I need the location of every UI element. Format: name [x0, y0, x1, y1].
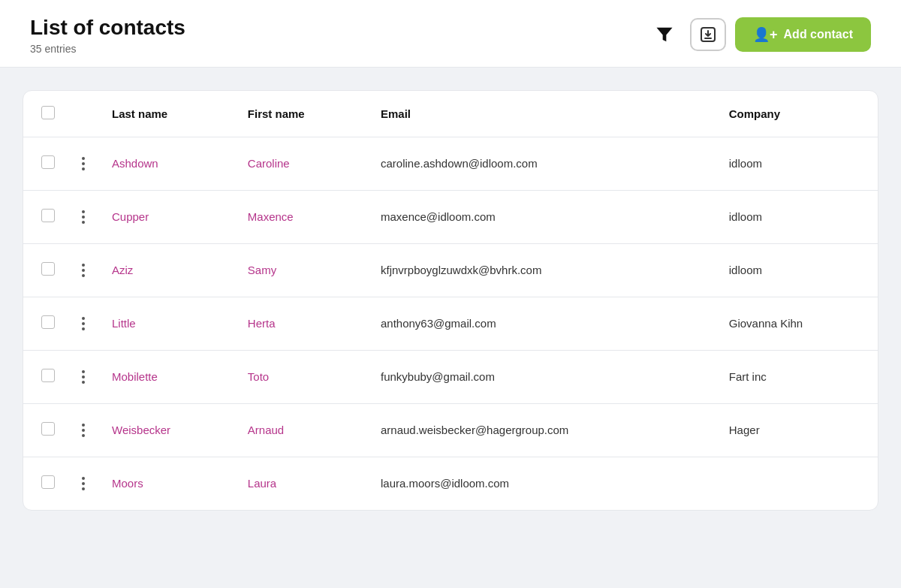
first-name-link[interactable]: Samy [248, 264, 276, 276]
row-checkbox[interactable] [41, 369, 55, 382]
dot-3 [82, 434, 85, 437]
dot-3 [82, 274, 85, 277]
add-contact-button[interactable]: 👤+ Add contact [735, 17, 871, 52]
dot-3 [82, 487, 85, 490]
last-name-link[interactable]: Little [112, 317, 136, 330]
row-context-menu[interactable] [79, 261, 88, 280]
row-context-menu[interactable] [79, 421, 88, 440]
last-name-link[interactable]: Moors [112, 477, 143, 490]
table-row: Little Herta anthony63@gmail.com Giovann… [23, 297, 878, 350]
select-all-checkbox[interactable] [41, 106, 55, 119]
first-name-link[interactable]: Toto [248, 370, 269, 383]
row-company: idloom [717, 137, 878, 190]
entries-count: 35 entries [30, 43, 185, 55]
row-checkbox[interactable] [41, 422, 55, 436]
row-last-name: Weisbecker [100, 403, 236, 457]
row-menu-cell [67, 190, 100, 243]
row-menu-cell [67, 350, 100, 403]
table-row: Weisbecker Arnaud arnaud.weisbecker@hage… [23, 403, 878, 457]
row-email: maxence@idloom.com [369, 190, 717, 243]
first-name-link[interactable]: Laura [248, 477, 276, 490]
table-row: Mobilette Toto funkybuby@gmail.com Fart … [23, 350, 878, 403]
dot-1 [82, 264, 85, 267]
table-row: Aziz Samy kfjnvrpboyglzuwdxk@bvhrk.com i… [23, 243, 878, 297]
col-menu [67, 91, 100, 137]
last-name-link[interactable]: Aziz [112, 264, 133, 276]
row-email: arnaud.weisbecker@hagergroup.com [369, 403, 717, 457]
row-checkbox[interactable] [41, 155, 55, 169]
dot-3 [82, 327, 85, 330]
col-checkbox [23, 91, 67, 137]
row-context-menu[interactable] [79, 207, 88, 227]
add-contact-label: Add contact [784, 28, 853, 41]
col-first-name: First name [236, 91, 369, 137]
first-name-link[interactable]: Maxence [248, 210, 294, 223]
table-row: Moors Laura laura.moors@idloom.com [23, 457, 878, 510]
row-checkbox[interactable] [41, 315, 55, 329]
dot-2 [82, 162, 85, 165]
dot-2 [82, 429, 85, 432]
row-first-name: Caroline [236, 137, 369, 190]
row-last-name: Mobilette [100, 350, 236, 403]
table-row: Cupper Maxence maxence@idloom.com idloom [23, 190, 878, 243]
row-email: anthony63@gmail.com [369, 297, 717, 350]
row-menu-cell [67, 137, 100, 190]
row-checkbox-cell [23, 457, 67, 510]
last-name-link[interactable]: Ashdown [112, 157, 158, 170]
page-title: List of contacts [30, 15, 185, 41]
row-checkbox[interactable] [41, 209, 55, 222]
row-company: Hager [717, 403, 878, 457]
row-context-menu[interactable] [79, 314, 88, 333]
dot-3 [82, 167, 85, 170]
row-company: idloom [717, 243, 878, 297]
download-button[interactable] [690, 18, 726, 51]
contacts-table: Last name First name Email Company As [23, 91, 878, 510]
row-context-menu[interactable] [79, 474, 88, 493]
row-context-menu[interactable] [79, 367, 88, 387]
row-last-name: Aziz [100, 243, 236, 297]
row-company: idloom [717, 190, 878, 243]
row-checkbox-cell [23, 190, 67, 243]
first-name-link[interactable]: Caroline [248, 157, 290, 170]
row-email: caroline.ashdown@idloom.com [369, 137, 717, 190]
row-company: Giovanna Kihn [717, 297, 878, 350]
col-company: Company [717, 91, 878, 137]
row-checkbox[interactable] [41, 262, 55, 276]
filter-button[interactable] [648, 21, 681, 48]
row-checkbox-cell [23, 403, 67, 457]
dot-3 [82, 221, 85, 224]
row-context-menu[interactable] [79, 154, 88, 173]
last-name-link[interactable]: Weisbecker [112, 424, 170, 436]
dot-3 [82, 381, 85, 384]
dot-1 [82, 370, 85, 373]
row-last-name: Little [100, 297, 236, 350]
col-last-name: Last name [100, 91, 236, 137]
row-first-name: Herta [236, 297, 369, 350]
row-menu-cell [67, 457, 100, 510]
row-checkbox-cell [23, 243, 67, 297]
row-checkbox-cell [23, 137, 67, 190]
row-first-name: Arnaud [236, 403, 369, 457]
row-first-name: Samy [236, 243, 369, 297]
contacts-table-container: Last name First name Email Company As [23, 90, 878, 511]
row-last-name: Ashdown [100, 137, 236, 190]
main-content: Last name First name Email Company As [0, 68, 901, 533]
first-name-link[interactable]: Arnaud [248, 424, 284, 436]
table-row: Ashdown Caroline caroline.ashdown@idloom… [23, 137, 878, 190]
col-email: Email [369, 91, 717, 137]
dot-1 [82, 210, 85, 213]
row-email: laura.moors@idloom.com [369, 457, 717, 510]
last-name-link[interactable]: Cupper [112, 210, 149, 223]
row-menu-cell [67, 243, 100, 297]
first-name-link[interactable]: Herta [248, 317, 276, 330]
table-header-row: Last name First name Email Company [23, 91, 878, 137]
row-last-name: Cupper [100, 190, 236, 243]
last-name-link[interactable]: Mobilette [112, 370, 158, 383]
row-email: kfjnvrpboyglzuwdxk@bvhrk.com [369, 243, 717, 297]
row-menu-cell [67, 297, 100, 350]
dot-2 [82, 482, 85, 485]
row-checkbox[interactable] [41, 475, 55, 489]
dot-2 [82, 216, 85, 219]
filter-icon [654, 24, 675, 45]
dot-1 [82, 317, 85, 320]
